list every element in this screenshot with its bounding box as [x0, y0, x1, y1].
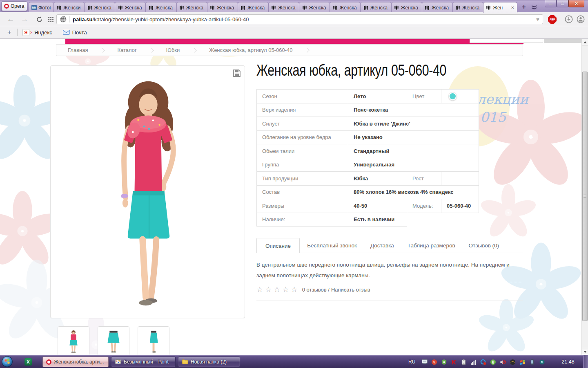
window-maximize-button[interactable] — [557, 0, 568, 7]
tab-отзывов-0-[interactable]: Отзывов (0) — [469, 238, 499, 253]
product-thumbnail-2[interactable] — [98, 326, 129, 355]
tab-таблица-размеров[interactable]: Таблица размеров — [408, 238, 455, 253]
scrollbar-thumb[interactable] — [582, 72, 588, 321]
tray-opera-mini-icon[interactable] — [480, 359, 487, 366]
taskbar-button-opera[interactable]: Женская юбка, арти... — [42, 357, 109, 367]
browser-tab-active[interactable]: Жен× — [483, 2, 517, 13]
browser-tab[interactable]: Женска — [238, 2, 269, 13]
browser-tab[interactable]: Женска — [391, 2, 422, 13]
rating-star-icon[interactable] — [282, 285, 289, 294]
site-search-input[interactable] — [470, 39, 543, 43]
browser-tab[interactable]: Женска — [299, 2, 330, 13]
show-desktop-button[interactable] — [583, 355, 588, 368]
browser-tab[interactable]: NNФотогр — [29, 2, 54, 13]
browser-tab[interactable]: Женска — [330, 2, 361, 13]
watermark-script-text: 015 — [480, 109, 506, 125]
window-controls — [545, 0, 584, 7]
tab-menu-icon[interactable] — [531, 4, 538, 10]
new-tab-button[interactable] — [519, 3, 528, 11]
write-review-link[interactable]: Написать отзыв — [331, 287, 370, 293]
site-search-button[interactable] — [544, 39, 582, 43]
paint-icon — [115, 359, 121, 365]
tray-clipboard-icon[interactable] — [460, 359, 467, 366]
browser-tab[interactable]: Женска — [452, 2, 483, 13]
spec-row: Обьем талииСтандартный — [257, 144, 479, 158]
bookmark-heart-icon[interactable] — [536, 16, 539, 22]
tray-adguard-icon[interactable] — [441, 359, 448, 366]
tray-utorrent-icon[interactable] — [490, 359, 497, 366]
taskbar-clock[interactable]: 21:48 — [559, 355, 577, 368]
product-thumbnail-3[interactable] — [138, 326, 169, 355]
rating-star-icon[interactable] — [291, 285, 298, 294]
tray-monitor-icon[interactable] — [421, 359, 428, 366]
people-favicon — [241, 5, 246, 10]
tab-close-icon[interactable]: × — [510, 5, 514, 10]
color-swatch[interactable] — [449, 92, 457, 100]
tray-volume-muted-icon[interactable] — [499, 359, 506, 366]
people-favicon — [332, 5, 338, 10]
tray-phone-icon[interactable] — [529, 359, 536, 366]
bookmark-yandex[interactable]: Я Яндекс — [22, 29, 52, 36]
back-icon[interactable] — [6, 12, 16, 26]
tab-label: Женска — [125, 5, 143, 11]
tray-eagle-icon[interactable] — [509, 359, 516, 366]
add-bookmark-icon[interactable] — [6, 28, 13, 36]
save-image-icon[interactable] — [232, 69, 241, 78]
window-close-button[interactable] — [568, 0, 584, 7]
browser-tab[interactable]: Женски — [53, 2, 85, 13]
reload-icon[interactable] — [34, 12, 44, 26]
tray-ccleaner-icon[interactable] — [431, 359, 438, 366]
tab-доставка[interactable]: Доставка — [370, 238, 394, 253]
color-swatch-cell — [441, 90, 479, 103]
browser-tab[interactable]: Женска — [268, 2, 299, 13]
user-profile-icon[interactable] — [576, 12, 586, 26]
spec-row: Верх изделияПояс-кокетка — [257, 103, 479, 117]
excel-taskbar-icon[interactable] — [24, 358, 32, 366]
taskbar-button-paint[interactable]: Безымянный - Paint — [111, 357, 176, 367]
spec-value: Стандартный — [348, 144, 479, 158]
breadcrumb-item[interactable]: Женская юбка, артикул 05-060-40 — [209, 47, 292, 53]
language-indicator[interactable]: RU — [408, 359, 415, 365]
breadcrumb-item[interactable]: Каталог — [117, 47, 136, 53]
start-button[interactable] — [2, 356, 13, 367]
product-thumbnail-1[interactable] — [58, 326, 89, 355]
adblock-abp-icon[interactable]: ABP — [548, 15, 557, 24]
section-divider — [256, 301, 523, 301]
breadcrumb-item[interactable]: Главная — [68, 47, 88, 53]
spec-label: Группа — [257, 158, 348, 172]
browser-tab[interactable]: Женска — [115, 2, 146, 13]
tray-webcam-icon[interactable] — [539, 359, 546, 366]
tab-label: Женска — [401, 5, 419, 11]
speed-dial-icon[interactable] — [47, 12, 55, 26]
rating-star-icon[interactable] — [274, 285, 280, 294]
tab-description-active[interactable]: Описание — [256, 238, 300, 253]
taskbar-button-folder[interactable]: Новая папка (2) — [178, 357, 240, 367]
bookmark-mail[interactable]: Почта — [63, 29, 87, 36]
tab-label: Женска — [186, 5, 205, 11]
thumbnail-skirt-side-icon — [142, 329, 165, 354]
opera-menu-button[interactable]: Opera — [1, 1, 27, 11]
address-bar-input[interactable]: palla.su/katalog/zhenskie-yubki-optom/zh… — [56, 14, 543, 24]
tray-windows-update-icon[interactable] — [519, 359, 526, 366]
window-minimize-button[interactable] — [545, 0, 557, 7]
browser-tab[interactable]: Женска — [145, 2, 176, 13]
tab-label: Женска — [370, 5, 388, 11]
browser-tab[interactable]: Женска — [84, 2, 115, 13]
rating-star-icon[interactable] — [256, 285, 263, 294]
tray-kaspersky-icon[interactable] — [450, 359, 457, 366]
tray-signal-icon[interactable] — [470, 359, 477, 366]
scrollbar-up-icon[interactable] — [582, 39, 588, 46]
downloads-icon[interactable] — [564, 12, 574, 26]
breadcrumb-item[interactable]: Юбки — [166, 47, 180, 53]
tab-бесплатный-звонок[interactable]: Бесплатный звонок — [307, 238, 357, 253]
spec-value: Юбка в стиле 'Джинс' — [348, 117, 479, 131]
browser-tab[interactable]: Женска — [176, 2, 207, 13]
browser-tab[interactable]: Женска — [422, 2, 453, 13]
browser-tab[interactable]: Женска — [207, 2, 238, 13]
browser-tab[interactable]: Женска — [360, 2, 391, 13]
forward-icon[interactable] — [20, 12, 29, 26]
scrollbar[interactable] — [581, 39, 588, 355]
taskbar-button-label: Женская юбка, арти... — [54, 359, 104, 365]
scrollbar-down-icon[interactable] — [582, 348, 588, 355]
rating-star-icon[interactable] — [265, 285, 272, 294]
